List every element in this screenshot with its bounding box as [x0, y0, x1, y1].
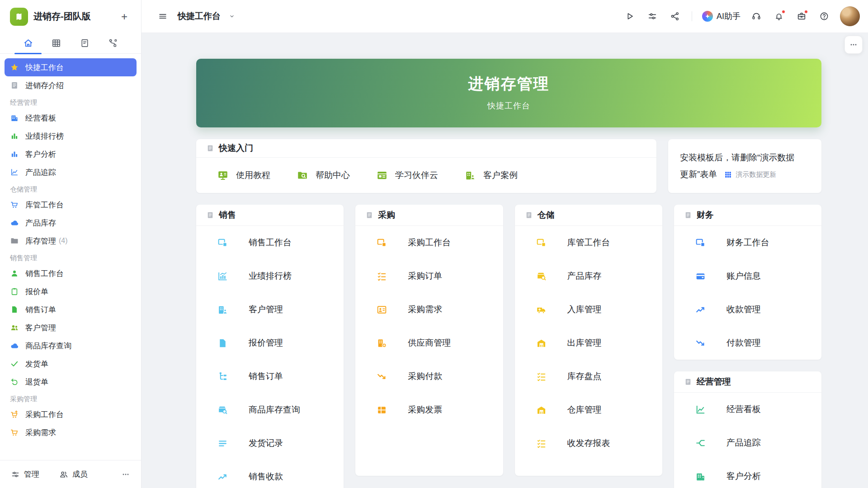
file-icon [10, 305, 19, 314]
sidebar-item[interactable]: 发货单 [5, 355, 137, 373]
quickstart-link[interactable]: 学习伙伴云 [376, 169, 438, 181]
workspace-title: 进销存-团队版 [33, 10, 91, 23]
sidebar-item[interactable]: 报价单 [5, 282, 137, 300]
feature-item[interactable]: 库管工作台 [515, 226, 662, 259]
flow-icon [108, 38, 118, 48]
sidebar-item[interactable]: 销售工作台 [5, 264, 137, 282]
feature-item[interactable]: 供应商管理 [355, 326, 503, 360]
feature-item-label: 付款管理 [726, 337, 761, 349]
feature-item[interactable]: 财务工作台 [674, 226, 821, 259]
sidebar-tab-home[interactable] [15, 34, 41, 53]
feature-item[interactable]: 库存盘点 [515, 360, 662, 393]
feature-item[interactable]: 收发存报表 [515, 427, 662, 460]
sidebar-item[interactable]: 快捷工作台 [5, 58, 137, 76]
feature-item[interactable]: 销售收款 [196, 460, 344, 488]
sidebar-tab-doc-lines[interactable] [72, 34, 97, 53]
sidebar-tab-flow[interactable] [100, 34, 126, 53]
sidebar-item[interactable]: 采购需求 [5, 423, 137, 441]
quickstart-link[interactable]: 使用教程 [217, 169, 270, 181]
sidebar-item-label: 业绩排行榜 [25, 131, 64, 141]
feature-item[interactable]: 采购付款 [355, 360, 503, 393]
sidebar-section-label: 经营管理 [5, 94, 137, 109]
sidebar-item-label: 进销存介绍 [25, 80, 64, 91]
sidebar-item[interactable]: 产品库存 [5, 214, 137, 232]
feature-item-label: 采购工作台 [408, 237, 451, 249]
inbox-button[interactable] [793, 8, 810, 25]
sidebar-tab-grid[interactable] [44, 34, 69, 53]
add-workspace-button[interactable]: + [118, 10, 131, 23]
building-icon [10, 113, 19, 122]
feature-item[interactable]: 仓库管理 [515, 393, 662, 427]
quickstart-link[interactable]: 客户案例 [464, 169, 518, 181]
feature-item-label: 入库管理 [567, 304, 602, 315]
feature-item[interactable]: 采购需求 [355, 293, 503, 326]
feature-item[interactable]: 付款管理 [674, 326, 821, 360]
check-icon [10, 359, 19, 368]
hamburger-menu-button[interactable] [154, 8, 171, 25]
sidebar-item[interactable]: 采购工作台 [5, 405, 137, 423]
feature-item[interactable]: 采购工作台 [355, 226, 503, 259]
sidebar-item[interactable]: 经营看板 [5, 109, 137, 127]
help-button[interactable] [816, 8, 833, 25]
quickstart-link[interactable]: 帮助中心 [297, 169, 350, 181]
sidebar-item[interactable]: 销售订单 [5, 300, 137, 319]
monitor-person-icon [217, 169, 229, 181]
trend-down-icon [695, 338, 706, 349]
sidebar-item[interactable]: 客户管理 [5, 319, 137, 337]
folder-search-icon [297, 169, 308, 181]
notifications-button[interactable] [770, 8, 788, 25]
feature-item[interactable]: 销售订单 [196, 360, 344, 393]
feature-item[interactable]: 客户管理 [196, 293, 344, 326]
sidebar-item[interactable]: 库管工作台 [5, 196, 137, 214]
checklist-icon [536, 371, 547, 382]
feature-item[interactable]: 入库管理 [515, 293, 662, 326]
sidebar-item[interactable]: 进销存介绍 [5, 76, 137, 94]
user-avatar[interactable] [840, 6, 860, 26]
ai-assistant-button[interactable]: AI助手 [700, 11, 742, 22]
cart-icon [10, 428, 19, 437]
manage-button[interactable]: 管理 [11, 469, 39, 479]
page-more-button[interactable] [844, 36, 863, 54]
feature-item[interactable]: 产品库存 [515, 259, 662, 293]
sidebar-item-label: 报价单 [25, 286, 48, 297]
support-button[interactable] [748, 8, 765, 25]
demo-data-link[interactable]: 演示数据更新 [724, 170, 776, 179]
document-icon [206, 144, 214, 152]
members-button[interactable]: 成员 [59, 469, 88, 479]
ellipsis-icon [121, 470, 130, 479]
sidebar-item-label: 销售工作台 [25, 268, 64, 279]
feature-card-header: 经营管理 [674, 371, 821, 393]
sidebar-more-button[interactable] [121, 470, 130, 479]
sidebar-item[interactable]: 退货单 [5, 373, 137, 391]
feature-item[interactable]: 采购订单 [355, 259, 503, 293]
sidebar-item[interactable]: 业绩排行榜 [5, 127, 137, 145]
feature-item[interactable]: 经营看板 [674, 393, 821, 426]
tree-list-icon [217, 371, 228, 382]
page-switcher-button[interactable] [223, 8, 241, 25]
feature-item[interactable]: 客户分析 [674, 460, 821, 488]
sidebar-item[interactable]: 客户分析 [5, 145, 137, 163]
sidebar-item[interactable]: 库存管理(4) [5, 232, 137, 250]
feature-item[interactable]: 账户信息 [674, 259, 821, 293]
members-icon [59, 470, 68, 479]
share-button[interactable] [666, 8, 684, 25]
feature-item[interactable]: 商品库存查询 [196, 393, 344, 427]
share-icon [670, 11, 680, 21]
feature-item[interactable]: 销售工作台 [196, 226, 344, 259]
warehouse-icon [536, 404, 547, 416]
feature-item[interactable]: 业绩排行榜 [196, 259, 344, 293]
settings-button[interactable] [644, 8, 661, 25]
sidebar-menu: 快捷工作台进销存介绍经营管理经营看板业绩排行榜客户分析产品追踪仓储管理库管工作台… [0, 54, 141, 460]
sidebar-item[interactable]: 产品追踪 [5, 163, 137, 181]
feature-item[interactable]: 产品追踪 [674, 426, 821, 460]
feature-item[interactable]: 报价管理 [196, 326, 344, 360]
feature-item-label: 产品库存 [567, 270, 602, 282]
feature-item[interactable]: 采购发票 [355, 393, 503, 427]
feature-item[interactable]: 出库管理 [515, 326, 662, 360]
feature-item[interactable]: 收款管理 [674, 293, 821, 326]
sidebar-item[interactable]: 商品库存查询 [5, 337, 137, 355]
home-icon [23, 38, 33, 48]
feature-item[interactable]: 发货记录 [196, 427, 344, 460]
sidebar-item-label: 产品库存 [25, 218, 56, 228]
run-button[interactable] [621, 8, 638, 25]
